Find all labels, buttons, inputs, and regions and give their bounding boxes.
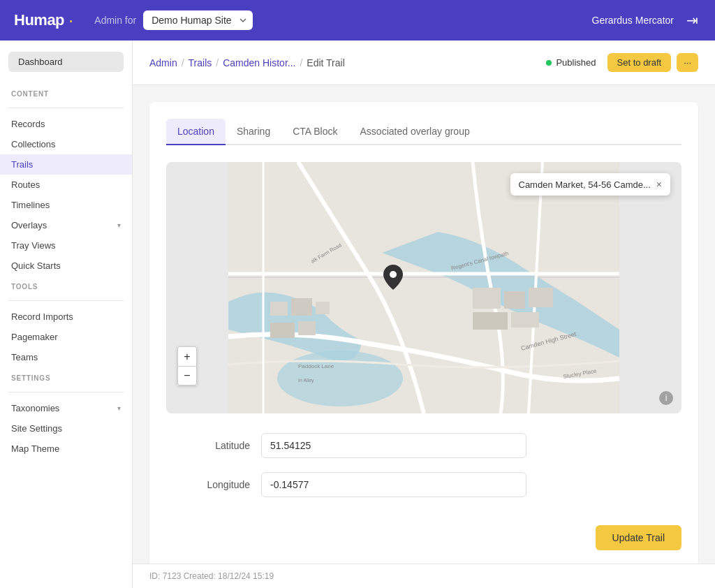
sidebar-item-routes[interactable]: Routes (0, 175, 132, 195)
bottom-actions: Update Trail (166, 511, 681, 550)
update-trail-button[interactable]: Update Trail (596, 525, 681, 550)
svg-rect-7 (270, 323, 295, 338)
sidebar-item-taxonomies[interactable]: Taxonomies▾ (0, 398, 132, 418)
map-pin (383, 265, 403, 293)
sidebar-item-overlays[interactable]: Overlays▾ (0, 215, 132, 235)
sidebar-divider-1 (8, 108, 124, 108)
map-controls: + − (177, 346, 197, 385)
tooltip-close-button[interactable]: × (656, 179, 662, 190)
sidebar-settings-label: SETTINGS (0, 367, 132, 386)
latitude-label: Latitude (166, 440, 250, 451)
status-dot (546, 60, 552, 66)
breadcrumb-trails[interactable]: Trails (189, 57, 212, 68)
map-background: Regent's Canal towpath Camden High Stree… (166, 162, 681, 413)
svg-rect-9 (473, 288, 501, 309)
logo[interactable]: Humap· (14, 11, 73, 29)
chevron-right-icon: ▾ (117, 221, 121, 229)
admin-for-label: Admin for (94, 15, 136, 26)
logout-button[interactable]: ⇥ (684, 9, 701, 31)
longitude-label: Longitude (166, 479, 250, 490)
breadcrumb-trail-name[interactable]: Camden Histor... (223, 57, 295, 68)
svg-text:In Alley: In Alley (298, 378, 314, 383)
status-text: Published (556, 57, 596, 68)
sidebar-item-collections[interactable]: Collections (0, 134, 132, 154)
status-badge: Published (546, 57, 596, 68)
breadcrumb: Admin / Trails / Camden Histor... / Edit… (149, 57, 532, 68)
sidebar-item-trails[interactable]: Trails (0, 154, 132, 175)
breadcrumb-admin[interactable]: Admin (149, 57, 177, 68)
sidebar-divider-3 (8, 392, 124, 392)
tab-overlay-group[interactable]: Associated overlay group (349, 119, 481, 145)
sidebar-item-record-imports[interactable]: Record Imports (0, 307, 132, 327)
longitude-row: Longitude (166, 472, 681, 497)
page-footer: ID: 7123 Created: 18/12/24 15:19 (133, 564, 715, 588)
content-tabs: Location Sharing CTA Block Associated ov… (166, 119, 681, 145)
svg-rect-8 (298, 321, 316, 335)
svg-rect-5 (291, 298, 312, 316)
zoom-in-button[interactable]: + (177, 346, 197, 366)
content-card: Location Sharing CTA Block Associated ov… (149, 102, 698, 564)
sidebar-item-teams[interactable]: Teams (0, 347, 132, 367)
sidebar-item-quick-starts[interactable]: Quick Starts (0, 256, 132, 276)
sidebar-item-site-settings[interactable]: Site Settings (0, 418, 132, 439)
more-options-button[interactable]: ··· (677, 53, 698, 72)
latitude-input[interactable] (261, 433, 526, 458)
tab-location[interactable]: Location (166, 119, 226, 145)
breadcrumb-current: Edit Trail (307, 57, 344, 68)
chevron-down-icon: ▾ (117, 404, 121, 412)
latitude-row: Latitude (166, 433, 681, 458)
page-header: Admin / Trails / Camden Histor... / Edit… (133, 41, 715, 85)
tab-sharing[interactable]: Sharing (226, 119, 281, 145)
sidebar-content-label: CONTENT (0, 83, 132, 102)
svg-rect-11 (529, 288, 553, 307)
dashboard-button[interactable]: Dashboard (8, 52, 124, 72)
map-tooltip: Camden Market, 54-56 Camde... × (510, 173, 671, 196)
map-info-icon[interactable]: i (659, 391, 673, 405)
sidebar-item-pagemaker[interactable]: Pagemaker (0, 327, 132, 347)
set-to-draft-button[interactable]: Set to draft (607, 53, 672, 72)
page-content: Location Sharing CTA Block Associated ov… (133, 85, 715, 564)
svg-rect-4 (270, 302, 288, 316)
footer-text: ID: 7123 Created: 18/12/24 15:19 (149, 571, 274, 581)
header-actions: Set to draft ··· (607, 53, 698, 72)
logout-icon: ⇥ (686, 13, 698, 28)
top-navigation: Humap· Admin for Demo Humap Site Gerardu… (0, 0, 715, 41)
svg-point-1 (277, 351, 403, 406)
sidebar-divider-2 (8, 300, 124, 301)
svg-rect-10 (504, 291, 525, 309)
svg-rect-13 (511, 312, 539, 328)
svg-text:Paddock Lane: Paddock Lane (298, 363, 334, 369)
map-container[interactable]: Regent's Canal towpath Camden High Stree… (166, 162, 681, 413)
svg-rect-12 (473, 312, 508, 330)
logo-text: Humap (14, 11, 64, 29)
sidebar-item-tray-views[interactable]: Tray Views (0, 235, 132, 256)
site-select[interactable]: Demo Humap Site (143, 10, 253, 30)
sidebar: Dashboard CONTENT Records Collections Tr… (0, 41, 133, 588)
longitude-input[interactable] (261, 472, 526, 497)
sidebar-dashboard-section: Dashboard (8, 52, 124, 72)
sidebar-tools-label: TOOLS (0, 276, 132, 295)
svg-point-20 (390, 271, 397, 278)
sidebar-item-records[interactable]: Records (0, 114, 132, 134)
sidebar-item-timelines[interactable]: Timelines (0, 195, 132, 215)
tooltip-text: Camden Market, 54-56 Camde... (519, 179, 651, 190)
tab-cta-block[interactable]: CTA Block (281, 119, 348, 145)
user-name: Gerardus Mercator (592, 15, 674, 26)
sidebar-item-map-theme[interactable]: Map Theme (0, 439, 132, 459)
zoom-out-button[interactable]: − (177, 366, 197, 385)
svg-rect-6 (316, 302, 330, 314)
